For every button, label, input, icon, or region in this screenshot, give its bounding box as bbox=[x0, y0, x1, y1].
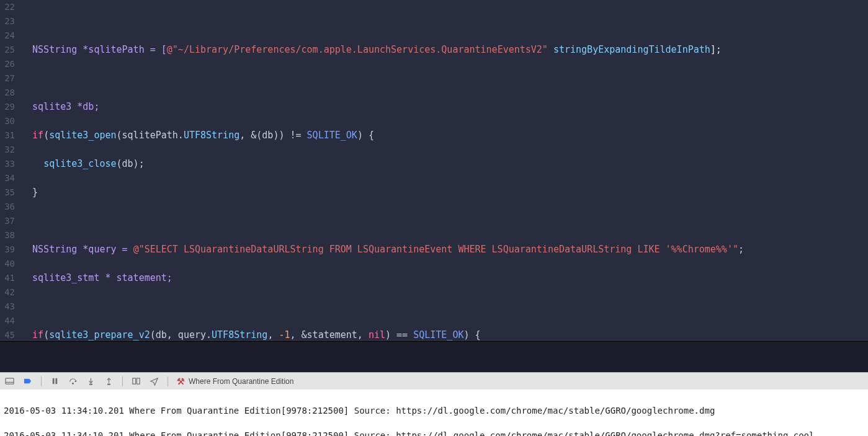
text: NSString *query = bbox=[21, 244, 133, 255]
code-line[interactable] bbox=[21, 71, 868, 86]
line-number: 30 bbox=[0, 114, 15, 128]
code-line[interactable]: } bbox=[21, 185, 868, 200]
line-number: 40 bbox=[0, 257, 15, 271]
text: , &(db)) != bbox=[239, 130, 306, 141]
line-number: 27 bbox=[0, 71, 15, 86]
console-output[interactable]: 2016-05-03 11:34:10.201 Where From Quara… bbox=[0, 389, 868, 436]
text: } bbox=[21, 187, 38, 198]
code-line[interactable] bbox=[21, 300, 868, 314]
line-number: 37 bbox=[0, 214, 15, 228]
separator bbox=[41, 376, 42, 386]
svg-rect-1 bbox=[53, 378, 55, 384]
function: sqlite3_close bbox=[43, 158, 116, 169]
step-over-icon[interactable] bbox=[68, 376, 78, 386]
text bbox=[21, 130, 32, 141]
code-line[interactable]: sqlite3 *db; bbox=[21, 100, 868, 114]
text: (sqlitePath. bbox=[117, 130, 184, 141]
code-line[interactable]: NSString *sqlitePath = [@"~/Library/Pref… bbox=[21, 43, 868, 57]
svg-point-3 bbox=[73, 383, 74, 384]
svg-rect-0 bbox=[6, 378, 14, 384]
property: UTF8String bbox=[184, 130, 239, 141]
constant: SQLITE_OK bbox=[413, 329, 463, 340]
pause-icon[interactable] bbox=[50, 376, 60, 386]
debug-toolbar: ⚒ Where From Quarantine Edition bbox=[0, 372, 868, 389]
breakpoint-icon[interactable] bbox=[23, 376, 32, 386]
method: stringByExpandingTildeInPath bbox=[548, 44, 710, 55]
constant: SQLITE_OK bbox=[307, 130, 357, 141]
code-line[interactable]: if(sqlite3_prepare_v2(db, query.UTF8Stri… bbox=[21, 328, 868, 341]
text: ( bbox=[43, 130, 49, 141]
line-number: 45 bbox=[0, 328, 15, 341]
line-number: 33 bbox=[0, 157, 15, 171]
code-line[interactable]: sqlite3_stmt * statement; bbox=[21, 271, 868, 285]
svg-rect-4 bbox=[90, 384, 92, 385]
code-line[interactable] bbox=[21, 214, 868, 228]
app-icon: ⚒ bbox=[177, 376, 185, 386]
target-name: Where From Quarantine Edition bbox=[189, 377, 293, 386]
step-in-icon[interactable] bbox=[86, 376, 96, 386]
text bbox=[21, 158, 43, 169]
debug-target[interactable]: ⚒ Where From Quarantine Edition bbox=[177, 376, 293, 386]
code-line[interactable] bbox=[21, 14, 868, 29]
separator bbox=[122, 376, 123, 386]
location-icon[interactable] bbox=[150, 376, 159, 386]
line-number: 24 bbox=[0, 29, 15, 43]
text: ; bbox=[738, 244, 744, 255]
text: ]; bbox=[710, 44, 722, 55]
text: (db, query. bbox=[150, 329, 212, 340]
line-number: 31 bbox=[0, 128, 15, 143]
line-number: 38 bbox=[0, 228, 15, 242]
line-number: 23 bbox=[0, 14, 15, 29]
text: sqlite3_stmt * statement; bbox=[21, 272, 172, 283]
keyword: nil bbox=[369, 329, 385, 340]
console-line: 2016-05-03 11:34:10.201 Where From Quara… bbox=[4, 429, 864, 436]
line-number: 32 bbox=[0, 143, 15, 157]
keyword: if bbox=[32, 130, 43, 141]
separator bbox=[168, 376, 168, 386]
text: ( bbox=[43, 329, 49, 340]
text: , &statement, bbox=[290, 329, 369, 340]
text: , bbox=[267, 329, 279, 340]
line-number: 44 bbox=[0, 314, 15, 328]
svg-rect-2 bbox=[55, 378, 57, 384]
function: sqlite3_open bbox=[49, 130, 116, 141]
string-literal: @"~/Library/Preferences/com.apple.Launch… bbox=[167, 44, 548, 55]
string-literal: @"SELECT LSQuarantineDataURLString FROM … bbox=[133, 244, 738, 255]
line-number: 43 bbox=[0, 300, 15, 314]
svg-rect-6 bbox=[133, 378, 136, 384]
line-number: 41 bbox=[0, 271, 15, 285]
text: ) { bbox=[463, 329, 480, 340]
svg-rect-5 bbox=[108, 384, 110, 385]
text: sqlite3 *db; bbox=[21, 101, 99, 112]
step-out-icon[interactable] bbox=[104, 376, 114, 386]
line-number: 36 bbox=[0, 200, 15, 214]
text: (db); bbox=[117, 158, 145, 169]
text: ) == bbox=[385, 329, 413, 340]
line-number: 39 bbox=[0, 242, 15, 257]
number: -1 bbox=[279, 329, 290, 340]
panel-divider[interactable] bbox=[0, 341, 868, 372]
text bbox=[21, 329, 32, 340]
line-number: 26 bbox=[0, 57, 15, 71]
line-number: 35 bbox=[0, 185, 15, 200]
line-number: 28 bbox=[0, 86, 15, 100]
code-line[interactable]: if(sqlite3_open(sqlitePath.UTF8String, &… bbox=[21, 128, 868, 143]
keyword: if bbox=[32, 329, 43, 340]
code-line[interactable]: sqlite3_close(db); bbox=[21, 157, 868, 171]
code-line[interactable]: NSString *query = @"SELECT LSQuarantineD… bbox=[21, 242, 868, 257]
code-area[interactable]: NSString *sqlitePath = [@"~/Library/Pref… bbox=[21, 0, 868, 341]
hide-debug-icon[interactable] bbox=[5, 376, 14, 386]
line-number-gutter: 2223242526272829303132333435363738394041… bbox=[0, 0, 21, 341]
line-number: 29 bbox=[0, 100, 15, 114]
property: UTF8String bbox=[212, 329, 267, 340]
line-number: 22 bbox=[0, 0, 15, 14]
console-line: 2016-05-03 11:34:10.201 Where From Quara… bbox=[4, 404, 864, 417]
text: NSString *sqlitePath = [ bbox=[21, 44, 167, 55]
line-number: 25 bbox=[0, 43, 15, 57]
function: sqlite3_prepare_v2 bbox=[49, 329, 150, 340]
line-number: 42 bbox=[0, 285, 15, 300]
code-editor[interactable]: 2223242526272829303132333435363738394041… bbox=[0, 0, 868, 341]
svg-rect-7 bbox=[136, 378, 140, 384]
text: ) { bbox=[357, 130, 374, 141]
debug-view-icon[interactable] bbox=[132, 376, 141, 386]
